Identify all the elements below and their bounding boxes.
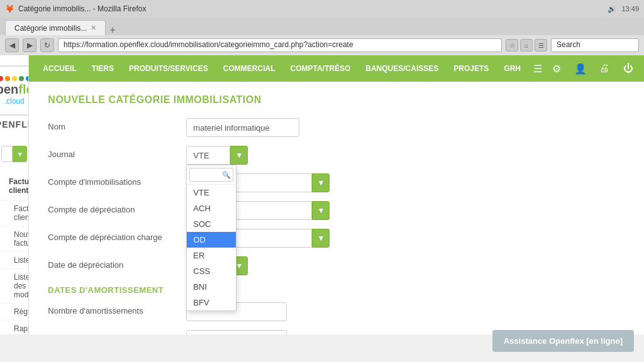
home-btn[interactable]: ⌂ [520, 39, 533, 52]
duree-label: Durée de la période (en mois) [48, 330, 186, 334]
compte-dep-charge-group: Compte de dépréciation charge ...TAL ▼ [48, 229, 625, 248]
speaker-icon: 🔊 [608, 5, 616, 13]
date-dep-group: Date de dépréciation ▼ [48, 256, 625, 275]
nav-tiers[interactable]: TIERS [84, 55, 121, 82]
nav-user-icon[interactable]: 👤 [571, 59, 590, 78]
date-dep-label: Date de dépréciation [48, 256, 186, 270]
dropdown-search-area: 🔍 [187, 165, 236, 185]
firefox-icon: 🦊 [5, 4, 14, 13]
journal-select[interactable]: VTE ▼ [186, 146, 625, 165]
compte-dep-btn[interactable]: ▼ [312, 201, 330, 220]
compte-dep-group: Compte de dépréciation ...TAL ▼ [48, 201, 625, 220]
dates-section-title: DATES D'AMORTISSEMENT [48, 285, 625, 295]
browser-tabs: Catégorie immobilis... ✕ + [0, 18, 644, 35]
nav-hamburger-btn[interactable]: ☰ [528, 59, 547, 78]
nom-input[interactable] [186, 118, 299, 137]
compte-dep-charge-label: Compte de dépréciation charge [48, 229, 186, 242]
sidebar-submenu-nouvelle-facture[interactable]: Nouvelle facture [0, 226, 28, 252]
sidebar-submenu-factures-clients[interactable]: Factures clients [0, 200, 28, 226]
url-text: https://formation.openflex.cloud/immobil… [64, 40, 353, 49]
nav-print-icon[interactable]: 🖨 [595, 59, 614, 78]
journal-label: Journal [48, 146, 186, 159]
search-btn[interactable]: ▼ [13, 146, 27, 162]
dropdown-item-vte[interactable]: VTE [187, 185, 236, 200]
new-tab-btn[interactable]: + [106, 25, 119, 35]
dropdown-item-er[interactable]: ER [187, 248, 236, 263]
search-input[interactable] [1, 146, 13, 162]
nav-commercial[interactable]: COMMERCIAL [216, 55, 283, 82]
tab-close-btn[interactable]: ✕ [91, 24, 96, 32]
browser-search[interactable]: Search [551, 38, 639, 52]
search-icon: 🔍 [222, 171, 231, 179]
assistance-btn[interactable]: Assistance Openflex [en ligne] [492, 330, 634, 352]
brand-name: OPENFLEX [0, 119, 29, 129]
browser-toolbar: ◀ ▶ ↻ https://formation.openflex.cloud/i… [0, 35, 644, 55]
nom-label: Nom [48, 118, 186, 131]
top-nav: ACCUEIL TIERS PRODUITS/SERVICES COMMERCI… [29, 55, 644, 82]
journal-dropdown-btn[interactable]: ▼ [230, 146, 248, 165]
nombre-label: Nombre d'amortissements [48, 302, 186, 315]
dropdown-item-bfv[interactable]: BFV [187, 295, 236, 310]
sidebar-item-label: Factures clients [9, 177, 29, 195]
compte-immo-group: Compte d'immobilisations ...TAL ▼ [48, 173, 625, 192]
nav-settings-icon[interactable]: ⚙ [547, 59, 566, 78]
dropdown-item-ach[interactable]: ACH [187, 200, 236, 216]
sidebar: openflex .cloud OPENFLEX ▼ Factures clie… [0, 55, 29, 334]
nom-group: Nom [48, 118, 625, 137]
window-title: Catégorie immobilis... - Mozilla Firefox [18, 4, 146, 13]
nav-banques[interactable]: BANQUES/CAISSES [358, 55, 446, 82]
nav-compta[interactable]: COMPTA/TRÉSO [283, 55, 358, 82]
sidebar-search-area: ▼ [1, 141, 27, 167]
sidebar-submenu-rapports[interactable]: Rapports [0, 321, 28, 334]
sidebar-item-factures-clients[interactable]: Factures clients ▾ [0, 172, 28, 200]
sidebar-submenu-reglements[interactable]: Règlements [0, 304, 28, 321]
dropdown-item-css[interactable]: CSS [187, 263, 236, 279]
compte-dep-label: Compte de dépréciation [48, 201, 186, 214]
nav-produits[interactable]: PRODUITS/SERVICES [121, 55, 216, 82]
compte-immo-label: Compte d'immobilisations [48, 173, 186, 187]
nav-accueil[interactable]: ACCUEIL [35, 55, 84, 82]
tab-label: Catégorie immobilis... [14, 24, 87, 33]
content-area: NOUVELLE CATÉGORIE IMMOBILISATION Nom Jo… [29, 82, 644, 334]
nav-power-icon[interactable]: ⏻ [619, 59, 638, 78]
compte-immo-btn[interactable]: ▼ [312, 173, 330, 192]
sidebar-submenu-liste[interactable]: Liste [0, 252, 28, 269]
bookmark-star[interactable]: ☆ [506, 39, 518, 52]
sidebar-submenu-liste-modeles[interactable]: Liste des modeles [0, 269, 28, 304]
search-placeholder: Search [557, 40, 580, 49]
back-btn[interactable]: ◀ [5, 38, 19, 52]
window-controls: 🔊 13:49 [608, 5, 639, 13]
forward-btn[interactable]: ▶ [23, 38, 36, 52]
journal-group: Journal VTE ▼ 🔍 VTE ACH SOC [48, 146, 625, 165]
sidebar-menu: Factures clients ▾ Factures clients Nouv… [0, 172, 28, 334]
journal-dropdown: 🔍 VTE ACH SOC OD ER CSS BNI BFV [186, 165, 236, 311]
compte-dep-charge-btn[interactable]: ▼ [312, 229, 330, 248]
nav-projets[interactable]: PROJETS [446, 55, 496, 82]
reload-btn[interactable]: ↻ [40, 38, 54, 52]
browser-titlebar: 🦊 Catégorie immobilis... - Mozilla Firef… [0, 0, 644, 18]
page-title: NOUVELLE CATÉGORIE IMMOBILISATION [48, 94, 625, 106]
nav-grh[interactable]: GRH [496, 55, 528, 82]
time-display: 13:49 [621, 5, 639, 13]
duree-input[interactable] [186, 330, 287, 334]
sidebar-logo: openflex .cloud OPENFLEX [0, 55, 28, 136]
url-bar[interactable]: https://formation.openflex.cloud/immobil… [58, 38, 502, 52]
active-tab[interactable]: Catégorie immobilis... ✕ [5, 20, 106, 35]
dropdown-item-soc[interactable]: SOC [187, 216, 236, 232]
menu-btn[interactable]: ☰ [535, 39, 547, 52]
nombre-group: Nombre d'amortissements [48, 302, 625, 321]
journal-select-value: VTE [186, 146, 230, 165]
dropdown-item-od[interactable]: OD [187, 232, 236, 248]
dropdown-item-bni[interactable]: BNI [187, 279, 236, 295]
logo-box: openflex .cloud [0, 65, 29, 116]
